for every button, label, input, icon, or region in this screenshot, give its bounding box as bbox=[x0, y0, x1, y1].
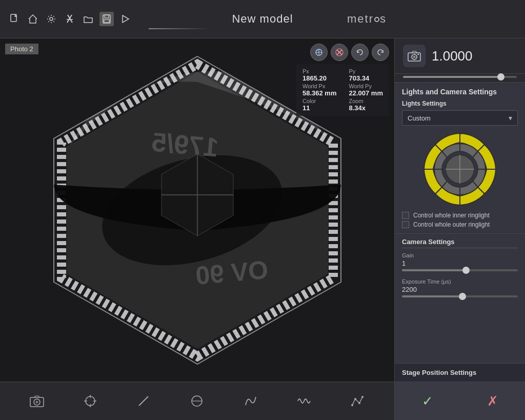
tool-line-icon[interactable] bbox=[133, 391, 154, 411]
svg-marker-8 bbox=[123, 15, 129, 23]
overlay-data-panel: Px 1865.20 Py 703.34 World Px 58.362 mm … bbox=[296, 64, 389, 116]
tool-segments-icon[interactable] bbox=[347, 391, 368, 411]
world-px-label: World Px bbox=[302, 83, 337, 89]
gain-slider-thumb[interactable] bbox=[462, 267, 470, 274]
svg-point-28 bbox=[413, 56, 416, 58]
checkbox-outer-ringlight[interactable] bbox=[402, 221, 409, 228]
zoom-value: 8.34x bbox=[349, 104, 383, 112]
world-py-value: 22.007 mm bbox=[349, 89, 383, 97]
camera-settings-section: Camera Settings Gain 1 Exposure Time (μs… bbox=[395, 234, 525, 363]
close-icon[interactable] bbox=[331, 44, 348, 61]
px-value: 1865.20 bbox=[302, 74, 337, 82]
cancel-button[interactable]: ✗ bbox=[460, 382, 525, 421]
dropdown-value: Custom bbox=[408, 114, 431, 122]
svg-line-44 bbox=[352, 399, 355, 405]
svg-point-49 bbox=[358, 402, 360, 404]
main-content: Photo 2 bbox=[0, 38, 525, 382]
zoom-slider-thumb[interactable] bbox=[497, 73, 504, 81]
exposure-label: Exposure Time (μs) bbox=[402, 278, 518, 285]
stage-position-title: Stage Position Settings bbox=[402, 369, 518, 376]
py-label: Py bbox=[349, 68, 383, 74]
save-icon[interactable] bbox=[99, 12, 114, 26]
gain-label: Gain bbox=[402, 252, 518, 258]
svg-rect-29 bbox=[417, 54, 419, 55]
checkbox-inner-label: Control whole inner ringlight bbox=[413, 212, 490, 219]
redo-icon[interactable] bbox=[372, 44, 389, 61]
new-icon[interactable] bbox=[7, 12, 22, 26]
undo-icon[interactable] bbox=[351, 44, 369, 61]
svg-point-1 bbox=[50, 17, 53, 21]
topbar-icons bbox=[0, 12, 139, 26]
lights-camera-title: Lights and Camera Settings bbox=[402, 88, 518, 96]
topbar-decorative-line bbox=[149, 28, 211, 29]
camera-settings-title: Camera Settings bbox=[402, 238, 518, 248]
tool-curve-icon[interactable] bbox=[240, 391, 261, 411]
right-top: 1.0000 bbox=[395, 38, 525, 74]
zoom-slider-fill bbox=[403, 76, 500, 78]
page-title: New model bbox=[232, 12, 293, 26]
gain-param-row: Gain 1 bbox=[402, 252, 518, 271]
chevron-down-icon: ▾ bbox=[509, 114, 512, 122]
right-panel: 1.0000 Lights and Camera Settings Lights… bbox=[394, 38, 525, 382]
tool-camera-icon[interactable] bbox=[27, 391, 47, 411]
tool-crosshair-icon[interactable] bbox=[80, 391, 100, 411]
exposure-slider-fill bbox=[402, 295, 462, 297]
viewer-panel: Photo 2 bbox=[0, 38, 394, 382]
ringlight-diagram bbox=[402, 131, 518, 208]
zoom-label: Zoom bbox=[349, 98, 383, 104]
svg-rect-6 bbox=[105, 15, 109, 18]
zoom-display: 1.0000 bbox=[432, 48, 473, 64]
tool-circle-icon[interactable] bbox=[187, 391, 207, 411]
svg-point-50 bbox=[361, 396, 364, 398]
svg-point-48 bbox=[354, 398, 356, 400]
checkbox-inner-ringlight[interactable] bbox=[402, 212, 409, 219]
tools-icon[interactable] bbox=[63, 12, 77, 26]
lights-settings-title: Lights Settings bbox=[402, 100, 518, 107]
home-icon[interactable] bbox=[26, 12, 40, 26]
folder-icon[interactable] bbox=[81, 12, 95, 26]
settings-icon[interactable] bbox=[44, 12, 58, 26]
lights-camera-settings: Lights and Camera Settings Lights Settin… bbox=[395, 83, 525, 234]
svg-line-41 bbox=[139, 396, 148, 406]
exposure-slider[interactable] bbox=[402, 295, 518, 297]
gain-value: 1 bbox=[402, 259, 518, 267]
gain-slider[interactable] bbox=[402, 269, 518, 271]
exposure-slider-thumb[interactable] bbox=[459, 293, 466, 300]
overlay-icons bbox=[310, 44, 389, 61]
svg-rect-7 bbox=[104, 19, 109, 23]
gain-slider-fill bbox=[402, 269, 466, 271]
zoom-slider-row bbox=[395, 74, 525, 83]
checkbox-outer-ringlight-row: Control whole outer ringlight bbox=[402, 221, 518, 228]
world-py-label: World Py bbox=[349, 83, 383, 89]
py-value: 703.34 bbox=[349, 74, 383, 82]
svg-text:179/5: 179/5 bbox=[150, 127, 219, 162]
measure-icon[interactable] bbox=[310, 44, 328, 61]
color-value: 11 bbox=[302, 104, 337, 112]
lights-preset-dropdown[interactable]: Custom ▾ bbox=[402, 110, 518, 126]
stage-position-section: Stage Position Settings bbox=[395, 363, 525, 382]
checkbox-outer-label: Control whole outer ringlight bbox=[413, 221, 490, 228]
app-logo: metrs bbox=[347, 12, 387, 26]
world-px-value: 58.362 mm bbox=[302, 89, 337, 97]
overlay-info: Px 1865.20 Py 703.34 World Px 58.362 mm … bbox=[296, 44, 389, 116]
bottom-action-buttons: ✓ ✗ bbox=[394, 382, 525, 421]
exposure-param-row: Exposure Time (μs) 2200 bbox=[402, 278, 518, 297]
camera-icon[interactable] bbox=[403, 45, 426, 67]
play-icon[interactable] bbox=[118, 12, 132, 26]
confirm-button[interactable]: ✓ bbox=[395, 382, 460, 421]
zoom-slider-track[interactable] bbox=[403, 76, 517, 78]
topbar: New model metrs bbox=[0, 0, 525, 38]
svg-point-35 bbox=[36, 401, 38, 404]
color-label: Color bbox=[302, 98, 337, 104]
tool-wave-icon[interactable] bbox=[294, 391, 314, 411]
bottom-toolbar: ✓ ✗ bbox=[0, 382, 525, 420]
px-label: Px bbox=[302, 68, 337, 74]
svg-line-46 bbox=[359, 397, 362, 403]
svg-point-47 bbox=[351, 404, 353, 406]
bottom-tool-icons bbox=[0, 391, 394, 411]
photo-label: Photo 2 bbox=[5, 44, 38, 54]
checkbox-inner-ringlight-row: Control whole inner ringlight bbox=[402, 212, 518, 219]
exposure-value: 2200 bbox=[402, 286, 518, 293]
